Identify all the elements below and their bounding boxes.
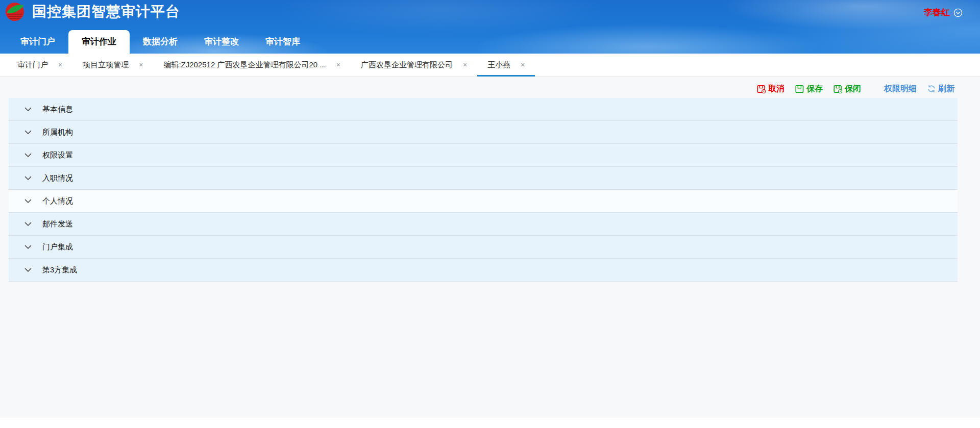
nav-item-label: 审计门户	[20, 37, 55, 46]
chevron-down-circle-icon[interactable]	[953, 8, 963, 17]
section-title: 基本信息	[42, 105, 73, 114]
nav-item-label: 审计作业	[82, 37, 116, 46]
nav-item[interactable]: 审计整改	[191, 30, 252, 54]
page-bottom-margin	[0, 418, 980, 428]
chevron-down-icon	[24, 222, 32, 226]
nav-item[interactable]: 数据分析	[130, 30, 191, 54]
doc-tab[interactable]: 项目立项管理 ×	[72, 54, 153, 76]
section-title: 入职情况	[42, 173, 73, 183]
save-icon	[795, 85, 804, 93]
nav-item-label: 审计整改	[204, 37, 239, 46]
section-title: 个人情况	[42, 196, 73, 206]
permission-detail-button[interactable]: 权限明细	[884, 84, 917, 94]
brand: 国控集团智慧审计平台	[5, 2, 180, 21]
section-title: 邮件发送	[42, 219, 73, 229]
nav-item[interactable]: 审计智库	[252, 30, 313, 54]
doc-tab[interactable]: 编辑:ZJ202512 广西农垦企业管理有限公司20 ... ×	[153, 54, 351, 76]
accordion-section[interactable]: 个人情况	[9, 190, 958, 213]
chevron-down-icon	[24, 245, 32, 249]
permission-detail-label: 权限明细	[884, 84, 917, 94]
chevron-down-icon	[24, 130, 32, 135]
app-title: 国控集团智慧审计平台	[32, 2, 180, 21]
save-close-button[interactable]: 保闭	[834, 84, 861, 94]
doc-tab-label: 项目立项管理	[83, 60, 129, 70]
nav-item[interactable]: 审计门户	[7, 30, 68, 54]
app-logo-icon	[5, 2, 24, 21]
accordion-section[interactable]: 邮件发送	[9, 213, 958, 236]
chevron-down-icon	[24, 107, 32, 112]
section-title: 门户集成	[42, 242, 73, 252]
refresh-label: 刷新	[938, 84, 954, 94]
section-title: 权限设置	[42, 150, 73, 160]
nav-item[interactable]: 审计作业	[68, 30, 130, 54]
cancel-save-icon	[757, 85, 766, 93]
refresh-button[interactable]: 刷新	[927, 84, 954, 94]
close-icon[interactable]: ×	[521, 61, 525, 68]
cancel-label: 取消	[768, 84, 785, 94]
save-label: 保存	[806, 84, 823, 94]
primary-nav: 审计门户 审计作业 数据分析 审计整改 审计智库	[0, 30, 313, 54]
save-close-label: 保闭	[845, 84, 861, 94]
close-icon[interactable]: ×	[58, 61, 62, 68]
app-header: 国控集团智慧审计平台 李春红 审计门户 审计作业 数据分析 审计整改 审计智库	[0, 0, 980, 54]
doc-tab[interactable]: 广西农垦企业管理有限公司 ×	[351, 54, 477, 76]
doc-tab[interactable]: 王小燕 ×	[477, 54, 535, 76]
doc-tab-label: 广西农垦企业管理有限公司	[361, 60, 453, 70]
doc-tab[interactable]: 审计门户 ×	[7, 54, 72, 76]
user-menu[interactable]: 李春红	[924, 7, 963, 18]
accordion-panel: 基本信息 所属机构 权限设置 入职情况	[9, 98, 958, 282]
user-name[interactable]: 李春红	[924, 7, 950, 18]
refresh-icon	[927, 85, 936, 93]
chevron-down-icon	[24, 199, 32, 204]
doc-tab-label: 审计门户	[17, 60, 48, 70]
doc-tab-label: 编辑:ZJ202512 广西农垦企业管理有限公司20 ...	[163, 60, 326, 70]
chevron-down-icon	[24, 268, 32, 272]
close-icon[interactable]: ×	[463, 61, 467, 68]
doc-tab-label: 王小燕	[487, 60, 510, 70]
accordion-section[interactable]: 所属机构	[9, 121, 958, 144]
accordion-section[interactable]: 第3方集成	[9, 259, 958, 282]
close-icon[interactable]: ×	[336, 61, 340, 68]
save-button[interactable]: 保存	[795, 84, 823, 94]
chevron-down-icon	[24, 153, 32, 158]
accordion-section[interactable]: 基本信息	[9, 98, 958, 121]
section-title: 第3方集成	[42, 265, 77, 275]
accordion-section[interactable]: 权限设置	[9, 144, 958, 167]
accordion-section[interactable]: 门户集成	[9, 236, 958, 259]
chevron-down-icon	[24, 176, 32, 181]
accordion-section[interactable]: 入职情况	[9, 167, 958, 190]
main-content: 取消 保存 保闭 权限明细	[0, 77, 980, 418]
section-title: 所属机构	[42, 128, 73, 137]
nav-item-label: 数据分析	[143, 37, 178, 46]
cancel-button[interactable]: 取消	[757, 84, 785, 94]
save-close-icon	[834, 85, 842, 93]
nav-item-label: 审计智库	[265, 37, 300, 46]
close-icon[interactable]: ×	[139, 61, 143, 68]
toolbar: 取消 保存 保闭 权限明细	[0, 77, 980, 97]
document-tabbar: 审计门户 × 项目立项管理 × 编辑:ZJ202512 广西农垦企业管理有限公司…	[0, 54, 980, 77]
